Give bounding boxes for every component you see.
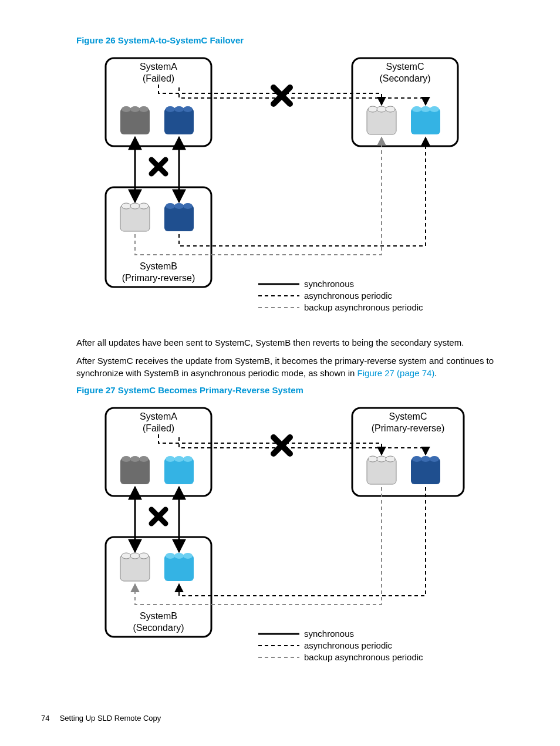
svg-point-26 [183, 203, 193, 209]
disk-cluster-icon [120, 106, 150, 134]
svg-point-34 [122, 456, 131, 462]
paragraph-1: After all updates have been sent to Syst… [76, 336, 525, 349]
svg-point-25 [174, 203, 184, 209]
fig27-sysB-name: SystemB [140, 611, 177, 621]
fig27-sysB-state: (Secondary) [133, 623, 184, 633]
paragraph-2: After SystemC receives the update from S… [76, 355, 525, 379]
svg-point-15 [412, 106, 421, 112]
svg-point-45 [386, 456, 395, 462]
figure-27-link[interactable]: Figure 27 (page 74) [357, 368, 435, 378]
svg-rect-18 [106, 187, 211, 287]
disk-cluster-icon [120, 553, 150, 581]
disk-cluster-icon [367, 456, 396, 484]
broken-link-icon [274, 87, 290, 104]
svg-point-39 [174, 456, 184, 462]
disk-cluster-icon [164, 106, 194, 134]
legend-async-label: asynchronous periodic [304, 291, 393, 301]
svg-point-12 [377, 106, 386, 112]
legend-async-label: asynchronous periodic [304, 640, 393, 650]
svg-point-4 [139, 106, 149, 112]
svg-point-11 [368, 106, 377, 112]
svg-point-8 [183, 106, 193, 112]
section-title: Setting Up SLD Remote Copy [60, 714, 161, 723]
svg-point-53 [130, 553, 140, 559]
page-number: 74 [41, 714, 58, 723]
svg-point-20 [122, 203, 131, 209]
fig26-sysC-state: (Secondary) [379, 73, 430, 83]
svg-point-56 [166, 553, 175, 559]
svg-point-58 [183, 553, 193, 559]
legend-backup-label: backup asynchronous periodic [304, 652, 423, 662]
svg-point-16 [421, 106, 430, 112]
broken-link-icon [274, 437, 290, 454]
disk-cluster-icon [367, 106, 396, 134]
figure-26-diagram: SystemA (Failed) SystemC (Secondary) [100, 52, 525, 325]
fig26-sysA-state: (Failed) [143, 73, 174, 83]
fig27-sysA-name: SystemA [140, 411, 177, 421]
svg-point-52 [122, 553, 131, 559]
svg-point-38 [166, 456, 175, 462]
disk-cluster-icon [164, 203, 194, 231]
svg-point-57 [174, 553, 184, 559]
svg-point-3 [130, 106, 140, 112]
svg-point-44 [377, 456, 386, 462]
svg-point-36 [139, 456, 149, 462]
svg-point-2 [122, 106, 131, 112]
svg-point-54 [139, 553, 149, 559]
svg-point-17 [430, 106, 439, 112]
fig27-sysC-name: SystemC [389, 411, 427, 421]
svg-point-7 [174, 106, 184, 112]
legend-sync-label: synchronous [304, 279, 354, 289]
legend-backup-label: backup asynchronous periodic [304, 302, 423, 312]
svg-point-43 [368, 456, 377, 462]
fig26-sysB-name: SystemB [140, 261, 177, 271]
fig27-sysC-state: (Primary-reverse) [372, 423, 444, 433]
disk-cluster-icon [411, 106, 440, 134]
svg-point-22 [139, 203, 149, 209]
legend-sync-label: synchronous [304, 629, 354, 639]
paragraph-2b: . [434, 368, 437, 378]
fig26-sysC-name: SystemC [386, 62, 424, 72]
figure-27-caption: Figure 27 SystemC Becomes Primary-Revers… [76, 385, 525, 395]
disk-cluster-icon [120, 456, 150, 484]
svg-point-6 [166, 106, 175, 112]
svg-point-40 [183, 456, 193, 462]
page: Figure 26 SystemA-to-SystemC Failover Sy… [0, 0, 560, 746]
figure-27-diagram: SystemA (Failed) SystemC (Primary-revers… [100, 402, 525, 674]
svg-point-24 [166, 203, 175, 209]
svg-point-47 [412, 456, 421, 462]
svg-point-13 [386, 106, 395, 112]
disk-cluster-icon [411, 456, 440, 484]
broken-link-icon [151, 160, 166, 174]
svg-point-48 [421, 456, 430, 462]
svg-point-49 [430, 456, 439, 462]
svg-point-35 [130, 456, 140, 462]
disk-cluster-icon [164, 553, 194, 581]
svg-rect-50 [106, 537, 211, 637]
disk-cluster-icon [120, 203, 150, 231]
svg-point-21 [130, 203, 140, 209]
fig26-sysA-name: SystemA [140, 62, 177, 72]
broken-link-icon [151, 509, 166, 524]
disk-cluster-icon [164, 456, 194, 484]
page-footer: 74 Setting Up SLD Remote Copy [41, 714, 161, 723]
fig27-sysA-state: (Failed) [143, 423, 174, 433]
figure-26-caption: Figure 26 SystemA-to-SystemC Failover [76, 35, 525, 45]
fig26-sysB-state: (Primary-reverse) [122, 273, 195, 283]
